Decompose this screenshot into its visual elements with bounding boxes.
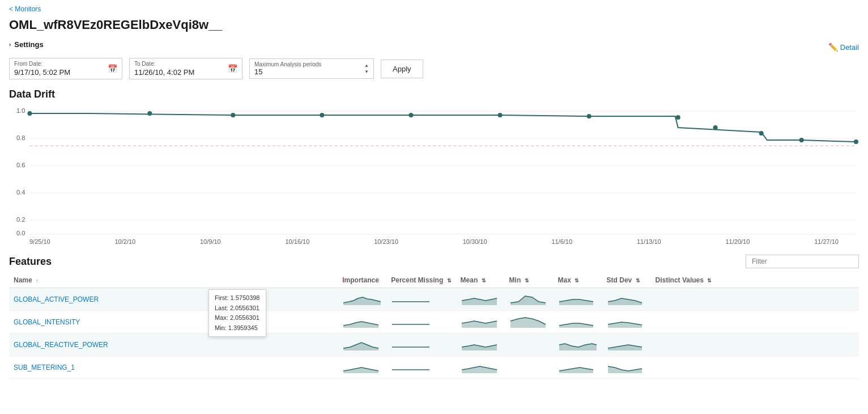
from-date-label: From Date:	[14, 61, 117, 67]
svg-point-24	[854, 140, 858, 144]
col-name[interactable]: Name ↑	[9, 273, 338, 288]
max-sort-icon: ⇅	[575, 278, 579, 284]
edit-icon: ✏️	[828, 43, 838, 52]
from-date-calendar-icon[interactable]: 📅	[108, 64, 117, 73]
importance-sparkline-gap	[338, 288, 386, 311]
x-label-4: 10/23/10	[374, 238, 398, 245]
svg-marker-29	[559, 299, 593, 305]
features-table: Name ↑ Importance Percent Missing ⇅ Mean…	[9, 273, 859, 379]
analysis-periods-group: Maximum Analysis periods 15 ▲ ▼	[249, 58, 374, 79]
x-label-5: 10/30/10	[463, 238, 487, 245]
x-label-8: 11/20/10	[726, 238, 750, 245]
svg-marker-28	[510, 296, 546, 305]
x-label-2: 10/9/10	[200, 238, 221, 245]
svg-point-19	[587, 114, 592, 119]
detail-label: Detail	[840, 43, 859, 52]
to-date-group: To Date: 11/26/10, 4:02 PM 📅	[129, 58, 242, 79]
svg-marker-42	[343, 367, 378, 373]
svg-point-14	[147, 111, 152, 116]
back-to-monitors-link[interactable]: < Monitors	[9, 5, 41, 13]
mean-sparkline-sm1	[456, 356, 505, 379]
to-date-value: 11/26/10, 4:02 PM	[134, 68, 237, 77]
col-min[interactable]: Min ⇅	[505, 273, 554, 288]
page-title: OML_wfR8VEz0REGElbDxeVqi8w__	[9, 18, 223, 32]
data-drift-title: Data Drift	[0, 84, 868, 103]
svg-marker-30	[608, 298, 642, 305]
from-date-group: From Date: 9/17/10, 5:02 PM 📅	[9, 58, 122, 79]
feature-name-gi[interactable]: GLOBAL_INTENSITY	[14, 318, 80, 326]
to-date-calendar-icon[interactable]: 📅	[228, 64, 237, 73]
svg-marker-45	[559, 367, 593, 373]
settings-toggle[interactable]: › Settings	[9, 38, 859, 51]
table-row: GLOBAL_REACTIVE_POWER	[9, 333, 859, 356]
analysis-periods-value: 15	[254, 67, 360, 76]
svg-marker-41	[608, 345, 642, 350]
to-date-label: To Date:	[134, 61, 237, 67]
analysis-periods-up-arrow[interactable]: ▲	[364, 62, 369, 69]
svg-marker-36	[608, 322, 642, 328]
max-sparkline-grp	[554, 333, 602, 356]
max-sparkline-gi	[554, 311, 602, 333]
x-label-7: 11/13/10	[637, 238, 661, 245]
feature-name-gap[interactable]: GLOBAL_ACTIVE_POWER	[14, 295, 99, 303]
col-max[interactable]: Max ⇅	[554, 273, 602, 288]
svg-marker-46	[608, 366, 642, 373]
importance-sparkline-gi	[338, 311, 386, 333]
svg-point-20	[676, 115, 680, 120]
mean-sparkline-gap	[456, 288, 505, 311]
x-label-6: 11/6/10	[551, 238, 572, 245]
table-row: GLOBAL_ACTIVE_POWER	[9, 288, 859, 311]
min-sparkline-gi	[505, 311, 554, 333]
x-label-0: 9/25/10	[29, 238, 50, 245]
controls-row: From Date: 9/17/10, 5:02 PM 📅 To Date: 1…	[0, 53, 868, 84]
stddev-sparkline-grp	[602, 333, 651, 356]
importance-sparkline-grp	[338, 333, 386, 356]
pm-sparkline-sm1	[386, 356, 456, 379]
svg-text:0.6: 0.6	[16, 162, 25, 168]
svg-point-17	[409, 113, 413, 117]
svg-text:1.0: 1.0	[16, 107, 25, 114]
stddev-sparkline-gap	[602, 288, 651, 311]
feature-name-grp[interactable]: GLOBAL_REACTIVE_POWER	[14, 341, 108, 349]
table-row: GLOBAL_INTENSITY	[9, 311, 859, 333]
features-section: Features First: 1.5750398 Last: 2.055630…	[0, 250, 868, 383]
svg-point-13	[27, 111, 32, 116]
col-std-dev[interactable]: Std Dev ⇅	[602, 273, 651, 288]
max-sparkline-sm1	[554, 356, 602, 379]
svg-point-22	[759, 131, 764, 136]
mean-sparkline-grp	[456, 333, 505, 356]
svg-point-16	[320, 113, 324, 117]
col-mean[interactable]: Mean ⇅	[456, 273, 505, 288]
min-sort-icon: ⇅	[525, 278, 529, 284]
apply-button[interactable]: Apply	[381, 60, 423, 78]
max-sparkline-gap	[554, 288, 602, 311]
min-sparkline-gap	[505, 288, 554, 311]
svg-text:0.0: 0.0	[16, 230, 25, 236]
detail-button[interactable]: ✏️ Detail	[828, 43, 859, 52]
stddev-sparkline-sm1	[602, 356, 651, 379]
analysis-periods-label: Maximum Analysis periods	[254, 61, 360, 67]
from-date-value: 9/17/10, 5:02 PM	[14, 68, 117, 77]
pm-sparkline-gap	[386, 288, 456, 311]
name-sort-icon: ↑	[36, 278, 39, 284]
settings-label: Settings	[14, 40, 43, 49]
feature-name-sm1[interactable]: SUB_METERING_1	[14, 364, 75, 371]
features-title: Features	[9, 256, 52, 268]
pm-sort-icon: ⇅	[447, 278, 452, 284]
col-percent-missing[interactable]: Percent Missing ⇅	[386, 273, 456, 288]
svg-text:0.4: 0.4	[16, 189, 25, 196]
analysis-periods-down-arrow[interactable]: ▼	[364, 69, 369, 75]
table-row: SUB_METERING_1	[9, 356, 859, 379]
svg-marker-25	[343, 297, 381, 305]
col-importance[interactable]: Importance	[338, 273, 386, 288]
svg-point-23	[799, 138, 804, 142]
svg-point-15	[231, 113, 235, 117]
features-filter-input[interactable]	[746, 255, 859, 268]
x-label-9: 11/27/10	[814, 238, 839, 245]
svg-marker-31	[343, 322, 378, 328]
svg-point-21	[713, 125, 718, 130]
col-distinct-values[interactable]: Distinct Values ⇅	[651, 273, 859, 288]
stddev-sort-icon: ⇅	[636, 278, 640, 284]
pm-sparkline-grp	[386, 333, 456, 356]
svg-text:0.2: 0.2	[16, 216, 25, 223]
